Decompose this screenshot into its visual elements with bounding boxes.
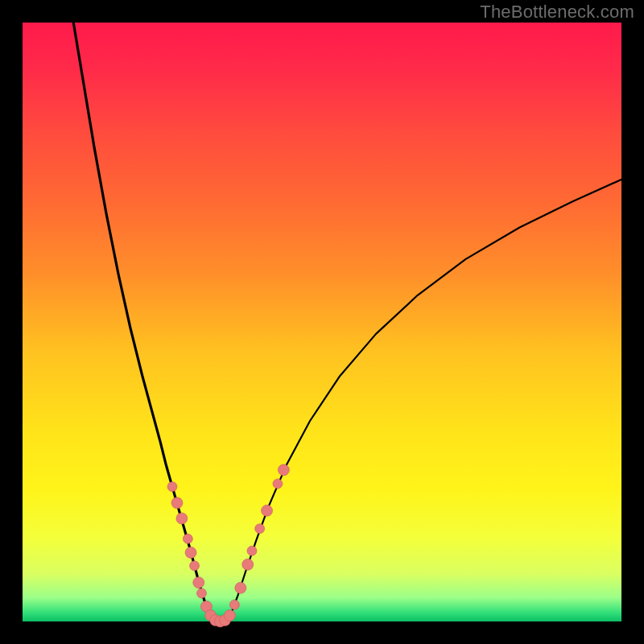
- data-marker: [196, 588, 206, 598]
- data-marker: [247, 546, 257, 555]
- chart-frame: TheBottleneck.com: [0, 0, 644, 644]
- chart-line: [228, 180, 621, 620]
- data-marker: [193, 577, 204, 588]
- data-marker: [229, 600, 239, 609]
- data-marker: [185, 547, 196, 558]
- data-marker: [235, 582, 246, 593]
- data-marker: [190, 561, 200, 571]
- data-marker: [278, 464, 289, 476]
- data-marker: [183, 534, 192, 543]
- chart-svg: [0, 0, 644, 644]
- data-marker: [255, 524, 265, 534]
- data-marker: [242, 559, 254, 570]
- data-marker: [167, 482, 177, 492]
- data-marker: [224, 610, 235, 621]
- data-marker: [262, 505, 273, 516]
- data-marker: [171, 497, 183, 509]
- data-marker: [176, 513, 188, 524]
- chart-line: [73, 23, 213, 620]
- data-marker: [273, 479, 283, 489]
